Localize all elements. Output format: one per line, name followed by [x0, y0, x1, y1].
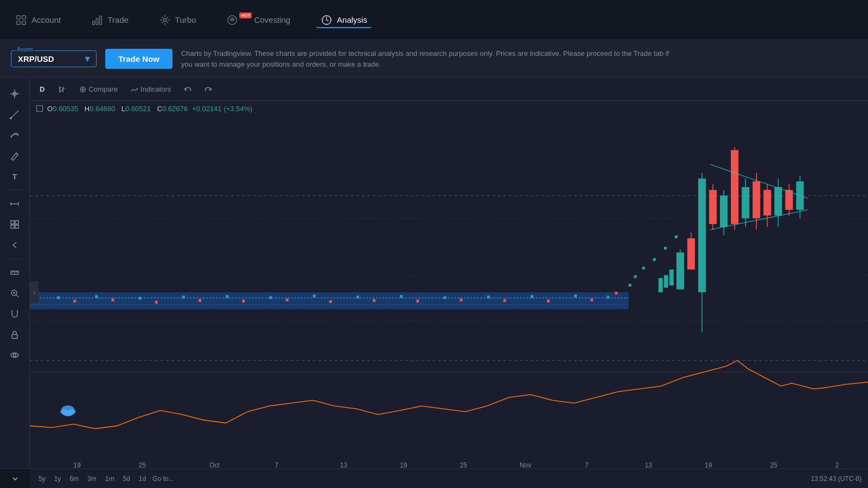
nav-covesting[interactable]: HOT Covesting: [222, 12, 295, 28]
chart-scroll-left[interactable]: ‹: [30, 281, 39, 303]
lock-btn[interactable]: [5, 325, 24, 344]
period-1d[interactable]: 1d: [137, 474, 148, 484]
text-btn[interactable]: T: [5, 167, 24, 185]
svg-rect-1: [22, 15, 25, 18]
svg-rect-109: [659, 278, 663, 292]
svg-rect-92: [720, 196, 727, 227]
svg-rect-69: [73, 300, 76, 303]
hot-badge: HOT: [239, 12, 252, 18]
fibonacci-btn[interactable]: [5, 126, 24, 144]
svg-rect-70: [111, 299, 114, 301]
back-btn[interactable]: [5, 236, 24, 254]
nav-analysis[interactable]: Analysis: [316, 12, 372, 28]
svg-rect-53: [226, 295, 228, 298]
nav-account[interactable]: Account: [11, 12, 65, 28]
measure-btn[interactable]: [5, 195, 24, 213]
svg-rect-22: [15, 225, 18, 228]
svg-text:19: 19: [73, 461, 81, 468]
ohlc-high: H0.64680: [82, 105, 115, 113]
period-3m[interactable]: 3m: [85, 474, 99, 484]
svg-rect-75: [329, 300, 332, 303]
svg-text:19: 19: [400, 461, 407, 468]
svg-point-15: [10, 117, 12, 119]
redo-btn[interactable]: [201, 85, 215, 94]
account-icon: [15, 14, 27, 26]
ohlc-box: [36, 105, 43, 112]
svg-rect-81: [590, 299, 593, 301]
goto-btn[interactable]: Go to...: [152, 475, 174, 483]
svg-rect-21: [11, 225, 14, 228]
indicators-btn[interactable]: Indicators: [127, 84, 174, 94]
period-5d[interactable]: 5d: [120, 474, 132, 484]
period-5y[interactable]: 5y: [36, 474, 48, 484]
ohlc-close: C0.62676: [155, 105, 188, 113]
ohlc-change: +0.02141 (+3.54%): [192, 105, 252, 113]
eye-btn[interactable]: [5, 346, 24, 364]
svg-rect-3: [22, 21, 25, 24]
svg-rect-58: [443, 296, 446, 299]
svg-rect-57: [400, 295, 403, 298]
svg-text:25: 25: [770, 461, 777, 468]
svg-text:7: 7: [585, 461, 589, 468]
svg-rect-79: [503, 299, 506, 302]
nav-account-label: Account: [31, 15, 61, 24]
svg-text:25: 25: [460, 461, 468, 468]
period-1m[interactable]: 1m: [103, 474, 117, 484]
svg-rect-62: [607, 296, 609, 298]
assets-label: Assets: [16, 47, 34, 53]
nav-trade[interactable]: Trade: [87, 12, 133, 28]
assets-bar: Assets XRP/USD BTC/USD ETH/USD ▼ Trade N…: [0, 40, 868, 78]
svg-rect-74: [286, 299, 289, 301]
zoom-btn[interactable]: [5, 284, 24, 303]
crosshair-tool-btn[interactable]: [5, 85, 24, 103]
time-bar: 5y 1y 6m 3m 1m 5d 1d Go to... 13:52:43 (…: [30, 468, 868, 488]
svg-rect-77: [416, 300, 419, 303]
bottom-chevron-btn[interactable]: [0, 468, 30, 488]
trade-now-button[interactable]: Trade Now: [105, 49, 173, 69]
nav-turbo[interactable]: Turbo: [155, 12, 201, 28]
svg-point-7: [163, 18, 167, 22]
svg-point-9: [232, 19, 234, 21]
svg-rect-49: [57, 296, 60, 299]
layout-btn[interactable]: [5, 215, 24, 234]
toolbar-sep-1: [7, 190, 23, 190]
period-6m[interactable]: 6m: [67, 474, 81, 484]
asset-dropdown[interactable]: XRP/USD BTC/USD ETH/USD: [16, 52, 92, 66]
chart-canvas[interactable]: ‹: [30, 116, 868, 468]
svg-rect-94: [731, 150, 738, 224]
ruler-btn[interactable]: [5, 264, 24, 282]
svg-rect-114: [30, 372, 868, 468]
draw-line-btn[interactable]: [5, 105, 24, 124]
svg-rect-0: [17, 15, 20, 18]
svg-rect-73: [242, 300, 245, 303]
magnet-btn[interactable]: [5, 305, 24, 323]
svg-rect-110: [664, 275, 668, 288]
svg-rect-102: [774, 187, 782, 215]
undo-btn[interactable]: [181, 85, 195, 94]
svg-rect-86: [687, 238, 695, 269]
disclaimer-text: Charts by Tradingview. These charts are …: [181, 48, 669, 69]
svg-rect-84: [676, 253, 684, 290]
svg-rect-19: [11, 221, 14, 224]
top-navigation: Account Trade Turbo HOT Covesting Analy: [0, 0, 868, 40]
svg-rect-59: [487, 296, 490, 298]
compare-btn[interactable]: ⊕ Compare: [76, 83, 120, 95]
svg-rect-66: [653, 258, 656, 261]
bar-type-btn[interactable]: [54, 84, 69, 95]
pencil-btn[interactable]: [5, 146, 24, 165]
svg-rect-67: [664, 247, 667, 249]
svg-rect-50: [95, 295, 98, 298]
svg-rect-76: [373, 299, 375, 302]
svg-rect-64: [634, 275, 637, 278]
compare-icon: ⊕: [79, 84, 86, 94]
svg-rect-98: [752, 182, 760, 219]
assets-select-wrapper[interactable]: Assets XRP/USD BTC/USD ETH/USD ▼: [11, 50, 97, 67]
svg-rect-55: [313, 294, 316, 297]
svg-rect-2: [17, 21, 20, 24]
timeframe-btn[interactable]: D: [36, 84, 48, 94]
svg-point-35: [14, 354, 16, 357]
svg-rect-60: [531, 295, 533, 298]
svg-rect-65: [642, 267, 645, 269]
trade-icon: [91, 14, 103, 26]
period-1y[interactable]: 1y: [52, 474, 63, 484]
